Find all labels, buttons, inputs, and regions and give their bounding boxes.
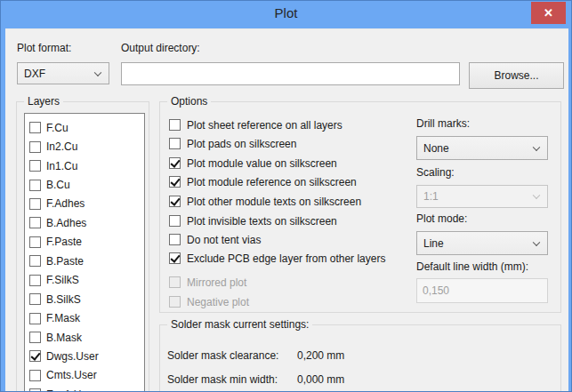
layer-item[interactable]: B.Adhes bbox=[25, 213, 144, 232]
checked-checkbox-icon[interactable] bbox=[29, 350, 41, 362]
layer-item[interactable]: B.Paste bbox=[25, 252, 144, 270]
option-label: Plot module value on silkscreen bbox=[187, 157, 337, 170]
layers-group: Layers F.CuIn2.CuIn1.CuB.CuF.AdhesB.Adhe… bbox=[16, 101, 149, 392]
unchecked-checkbox-icon[interactable] bbox=[29, 370, 41, 381]
solder-mask-row-value: 0,000 mm bbox=[297, 373, 344, 386]
layer-item[interactable]: F.Cu bbox=[25, 118, 144, 137]
unchecked-checkbox-icon[interactable] bbox=[29, 141, 41, 153]
chevron-down-icon bbox=[94, 68, 101, 76]
plot-mode-value: Line bbox=[417, 237, 444, 250]
checked-checkbox-icon[interactable] bbox=[169, 252, 181, 264]
option-checkbox-row[interactable]: Plot module reference on silkscreen bbox=[169, 176, 357, 188]
unchecked-checkbox-icon[interactable] bbox=[169, 138, 181, 149]
layer-item[interactable]: B.Cu bbox=[25, 175, 144, 194]
unchecked-checkbox-icon[interactable] bbox=[29, 217, 41, 228]
drill-marks-select[interactable]: None bbox=[416, 136, 548, 160]
checked-checkbox-icon[interactable] bbox=[169, 176, 181, 188]
plot-format-label: Plot format: bbox=[17, 42, 71, 54]
layer-item[interactable]: Cmts.User bbox=[25, 366, 144, 385]
layer-label: F.Mask bbox=[46, 312, 80, 324]
layer-label: Cmts.User bbox=[46, 369, 97, 381]
option-label: Negative plot bbox=[187, 296, 249, 308]
browse-button[interactable]: Browse... bbox=[469, 62, 564, 89]
plot-mode-label: Plot mode: bbox=[416, 212, 467, 225]
option-checkbox-row[interactable]: Plot pads on silkscreen bbox=[169, 138, 296, 150]
solder-mask-row-value: 0,200 mm bbox=[297, 349, 344, 362]
window-title: Plot bbox=[1, 5, 571, 20]
plot-format-value: DXF bbox=[18, 68, 45, 80]
scaling-label: Scaling: bbox=[416, 166, 455, 179]
unchecked-checkbox-icon[interactable] bbox=[29, 160, 41, 172]
layer-label: F.Adhes bbox=[46, 197, 85, 210]
plot-format-select[interactable]: DXF bbox=[17, 62, 109, 84]
layer-label: F.Cu bbox=[46, 122, 68, 134]
solder-mask-group: Solder mask current settings: Solder mas… bbox=[159, 324, 561, 392]
close-button[interactable]: ✕ bbox=[531, 2, 566, 24]
chevron-down-icon bbox=[533, 143, 540, 150]
layer-label: B.SilkS bbox=[46, 293, 81, 306]
option-checkbox-row[interactable]: Exclude PCB edge layer from other layers bbox=[169, 252, 385, 265]
close-icon: ✕ bbox=[544, 6, 553, 20]
unchecked-checkbox-icon[interactable] bbox=[29, 122, 41, 133]
layer-label: In1.Cu bbox=[46, 160, 77, 172]
chevron-down-icon bbox=[533, 238, 540, 245]
layer-label: B.Adhes bbox=[46, 217, 86, 229]
output-directory-input[interactable] bbox=[121, 62, 460, 85]
unchecked-checkbox-icon[interactable] bbox=[169, 215, 181, 227]
layer-label: Eco1.User bbox=[46, 388, 96, 392]
scaling-select: 1:1 bbox=[416, 185, 548, 208]
unchecked-checkbox-icon[interactable] bbox=[29, 332, 41, 343]
unchecked-checkbox-icon[interactable] bbox=[29, 275, 41, 286]
unchecked-checkbox-icon[interactable] bbox=[169, 234, 181, 245]
option-checkbox-row: Negative plot bbox=[169, 296, 249, 308]
layer-item[interactable]: F.Paste bbox=[25, 233, 144, 252]
unchecked-checkbox-icon[interactable] bbox=[29, 293, 41, 305]
layer-item[interactable]: F.Adhes bbox=[25, 195, 144, 213]
default-line-width-input: 0,150 bbox=[416, 278, 548, 303]
chevron-down-icon bbox=[533, 192, 540, 199]
unchecked-checkbox-icon[interactable] bbox=[169, 119, 181, 131]
options-group: Options Plot sheet reference on all laye… bbox=[159, 101, 561, 313]
output-directory-label: Output directory: bbox=[121, 42, 200, 54]
unchecked-checkbox-icon[interactable] bbox=[29, 313, 41, 324]
drill-marks-label: Drill marks: bbox=[416, 117, 470, 130]
layers-list[interactable]: F.CuIn2.CuIn1.CuB.CuF.AdhesB.AdhesF.Past… bbox=[24, 113, 145, 392]
default-line-width-label: Default line width (mm): bbox=[416, 260, 528, 273]
unchecked-checkbox-icon[interactable] bbox=[29, 388, 41, 392]
dialog-content: Plot format: DXF Output directory: Brows… bbox=[5, 28, 568, 392]
layer-item[interactable]: Dwgs.User bbox=[25, 347, 144, 365]
solder-mask-group-label: Solder mask current settings: bbox=[167, 318, 312, 331]
unchecked-checkbox-icon bbox=[169, 296, 181, 308]
drill-marks-value: None bbox=[417, 142, 449, 155]
unchecked-checkbox-icon bbox=[169, 276, 181, 288]
plot-mode-select[interactable]: Line bbox=[416, 231, 548, 255]
title-bar[interactable]: Plot ✕ bbox=[1, 1, 571, 28]
option-label: Mirrored plot bbox=[187, 276, 246, 289]
layer-label: B.Paste bbox=[46, 255, 84, 268]
layer-item[interactable]: B.Mask bbox=[25, 328, 144, 347]
layer-item[interactable]: F.Mask bbox=[25, 308, 144, 327]
option-label: Do not tent vias bbox=[187, 234, 261, 246]
unchecked-checkbox-icon[interactable] bbox=[29, 180, 41, 191]
browse-button-label: Browse... bbox=[494, 69, 538, 82]
option-checkbox-row[interactable]: Plot sheet reference on all layers bbox=[169, 119, 342, 132]
option-label: Plot module reference on silkscreen bbox=[187, 176, 357, 188]
layer-item[interactable]: In2.Cu bbox=[25, 137, 144, 156]
scaling-value: 1:1 bbox=[417, 190, 439, 203]
checked-checkbox-icon[interactable] bbox=[169, 157, 181, 169]
layers-group-label: Layers bbox=[24, 95, 63, 108]
option-checkbox-row[interactable]: Plot other module texts on silkscreen bbox=[169, 196, 361, 208]
unchecked-checkbox-icon[interactable] bbox=[29, 236, 41, 248]
unchecked-checkbox-icon[interactable] bbox=[29, 255, 41, 267]
unchecked-checkbox-icon[interactable] bbox=[29, 198, 41, 210]
option-checkbox-row[interactable]: Do not tent vias bbox=[169, 234, 261, 246]
option-label: Exclude PCB edge layer from other layers bbox=[187, 252, 385, 265]
layer-item[interactable]: B.SilkS bbox=[25, 290, 144, 308]
layer-item[interactable]: Eco1.User bbox=[25, 385, 144, 392]
layer-item[interactable]: F.SilkS bbox=[25, 271, 144, 290]
option-checkbox-row[interactable]: Plot module value on silkscreen bbox=[169, 157, 337, 170]
layer-item[interactable]: In1.Cu bbox=[25, 156, 144, 175]
plot-dialog-window: Plot ✕ Plot format: DXF Output directory… bbox=[0, 0, 572, 392]
checked-checkbox-icon[interactable] bbox=[169, 196, 181, 207]
option-checkbox-row[interactable]: Plot invisible texts on silkscreen bbox=[169, 215, 337, 228]
